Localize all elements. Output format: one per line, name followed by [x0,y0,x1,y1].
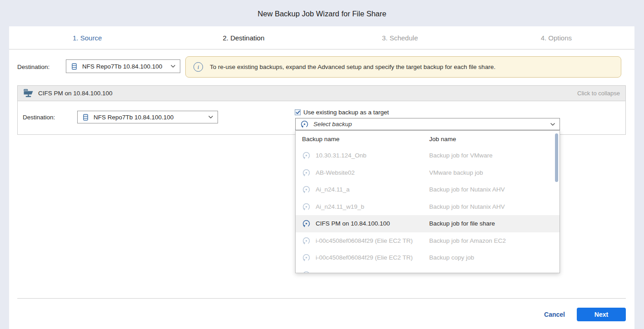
backup-row[interactable]: i-00c4508ef06084f29 (Elie EC2 TR) Backup… [296,232,560,250]
inner-destination-dropdown[interactable]: NFS Repo7Tb 10.84.100.100 [77,111,218,123]
use-existing-label: Use existing backup as a target [303,109,389,116]
column-job-name: Job name [429,136,456,142]
database-icon [82,113,89,121]
backup-dropdown-header: Backup name Job name [296,131,560,147]
wizard-panel: 1. Source 2. Destination 3. Schedule 4. … [9,26,634,329]
page-title: New Backup Job Wizard for File Share [0,10,644,18]
restore-arrow-icon [302,253,311,262]
destination-dropdown[interactable]: NFS Repo7Tb 10.84.100.100 [66,59,180,73]
backup-name-cell: i-00c4508ef06084f29 (Elie EC2 TR) [316,254,429,261]
share-section-title: CIFS PM on 10.84.100.100 [38,90,113,97]
job-name-cell: Backup job for Amazon EC2 [429,237,506,244]
collapse-hint: Click to collapse [577,90,620,97]
backup-dropdown-rows: 10.30.31.124_Onb Backup job for VMware A… [296,147,560,266]
backup-row[interactable]: i-00c4508ef06084f29 (Elie EC2 TR) Backup… [296,249,560,266]
next-button[interactable]: Next [577,308,626,321]
column-backup-name: Backup name [302,136,429,142]
use-existing-row: Use existing backup as a target [295,109,389,116]
restore-arrow-icon [302,151,311,160]
restore-arrow-icon [300,120,309,128]
inner-destination-label: Destination: [23,114,55,121]
job-name-cell: Backup job for Nutanix AHV [429,186,505,193]
job-name-cell: Backup job for VMware [429,152,493,159]
footer: Cancel Next [544,308,626,321]
backup-name-cell: Ai_n24.11_a [316,186,429,193]
backup-row[interactable]: Ai_n24.11_w19_b Backup job for Nutanix A… [296,198,560,216]
info-banner-text: To re-use existing backups, expand the A… [210,64,495,70]
info-circle-icon: i [193,62,203,72]
checkmark-icon [296,110,300,114]
restore-arrow-icon [302,270,311,273]
chevron-down-icon [550,123,555,126]
info-banner: i To re-use existing backups, expand the… [185,56,621,78]
backup-name-cell: Ai_n24.11_w19_b [316,203,429,210]
backup-dropdown: Backup name Job name 10.30.31.124_Onb Ba… [295,130,560,273]
tab-source[interactable]: 1. Source [9,26,165,49]
restore-arrow-icon [302,202,311,211]
backup-row-partial[interactable] [296,266,560,274]
backup-row[interactable]: Ai_n24.11_a Backup job for Nutanix AHV [296,181,560,198]
restore-arrow-icon [302,236,311,245]
cancel-button[interactable]: Cancel [544,311,565,318]
inner-destination-value: NFS Repo7Tb 10.84.100.100 [94,114,173,121]
share-folder-icon [23,88,34,98]
destination-label: Destination: [17,64,50,70]
database-icon [71,63,78,70]
restore-arrow-icon [302,168,311,177]
job-name-cell: Backup copy job [429,254,474,261]
chevron-down-icon [171,65,175,68]
job-name-cell: Backup job for Nutanix AHV [429,203,505,210]
use-existing-checkbox[interactable] [295,109,301,115]
backup-name-cell: i-00c4508ef06084f29 (Elie EC2 TR) [316,237,429,244]
backup-select[interactable]: Select backup [295,118,560,130]
backup-row[interactable]: 10.30.31.124_Onb Backup job for VMware [296,147,560,164]
backup-name-cell: AB-Website02 [316,169,429,176]
tab-options[interactable]: 4. Options [478,26,634,49]
backup-name-cell: CIFS PM on 10.84.100.100 [316,220,429,227]
destination-value: NFS Repo7Tb 10.84.100.100 [82,63,162,70]
tab-destination[interactable]: 2. Destination [165,26,322,49]
wizard-steps: 1. Source 2. Destination 3. Schedule 4. … [9,26,634,49]
dropdown-scrollbar-thumb[interactable] [555,133,558,182]
job-name-cell: Backup job for file share [429,220,495,227]
restore-arrow-icon [302,219,311,228]
job-name-cell: VMware backup job [429,169,483,176]
backup-row[interactable]: CIFS PM on 10.84.100.100 Backup job for … [296,215,560,232]
backup-select-placeholder: Select backup [313,121,352,128]
footer-divider [17,298,626,299]
restore-arrow-icon [302,185,311,194]
backup-name-cell: 10.30.31.124_Onb [316,152,429,159]
tab-schedule[interactable]: 3. Schedule [322,26,478,49]
share-section-header[interactable]: CIFS PM on 10.84.100.100 Click to collap… [17,85,626,101]
backup-row[interactable]: AB-Website02 VMware backup job [296,164,560,182]
chevron-down-icon [208,116,213,118]
